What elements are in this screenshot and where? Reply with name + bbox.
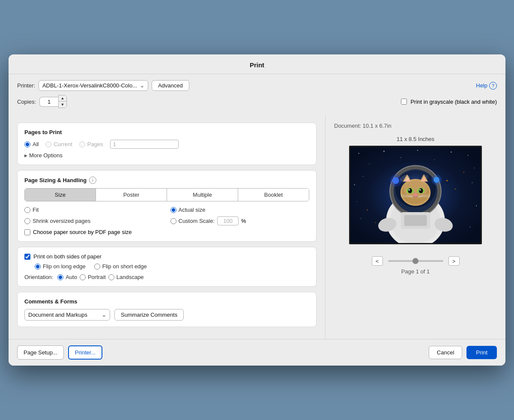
svg-point-14	[476, 205, 477, 206]
landscape-orientation-radio[interactable]	[108, 274, 114, 280]
more-options-triangle-icon: ▶	[24, 153, 27, 158]
help-row: Help ?	[476, 82, 497, 90]
both-sides-checkbox[interactable]	[24, 254, 30, 260]
portrait-orientation-label[interactable]: Portrait	[80, 274, 106, 280]
print-button[interactable]: Print	[466, 346, 497, 359]
svg-point-7	[451, 152, 451, 153]
pages-section-title: Pages to Print	[24, 129, 309, 135]
auto-orientation-radio[interactable]	[57, 274, 63, 280]
comments-forms-title: Comments & Forms	[24, 298, 309, 305]
printer-select[interactable]: ADBL-1-Xerox-VersalinkC8000-Colo...	[39, 80, 148, 91]
page-slider[interactable]	[388, 260, 443, 262]
page-count: Page 1 of 1	[401, 268, 430, 275]
shrink-radio[interactable]	[24, 218, 30, 224]
svg-point-31	[390, 175, 401, 186]
printer-select-wrapper[interactable]: ADBL-1-Xerox-VersalinkC8000-Colo...	[39, 80, 148, 91]
sizing-header: Page Sizing & Handling i	[24, 177, 309, 184]
all-radio-label[interactable]: All	[24, 141, 39, 147]
tab-booklet[interactable]: Booklet	[238, 189, 309, 201]
comments-dropdown[interactable]: Document and Markups Document Form Field…	[24, 309, 110, 321]
custom-scale-input[interactable]: 100	[217, 216, 239, 225]
pages-radio-row: All Current Pages	[24, 140, 309, 149]
document-info: Document: 10.1 x 6.7in	[334, 123, 391, 129]
copies-increment-button[interactable]: ▲	[59, 96, 66, 102]
dialog-title: Print	[9, 54, 505, 74]
current-radio[interactable]	[45, 141, 51, 147]
svg-point-43	[408, 188, 412, 193]
svg-point-9	[474, 168, 475, 168]
svg-point-4	[400, 157, 401, 158]
bottom-row: Page Setup... Printer... Cancel Print	[9, 339, 505, 366]
advanced-button[interactable]: Advanced	[152, 80, 189, 91]
fit-row: Fit	[24, 207, 164, 213]
svg-point-44	[419, 188, 423, 193]
fit-radio[interactable]	[24, 207, 30, 213]
comments-row: Document and Markups Document Form Field…	[24, 309, 309, 321]
grayscale-checkbox[interactable]	[401, 99, 407, 105]
comments-dropdown-wrapper[interactable]: Document and Markups Document Form Field…	[24, 309, 110, 321]
help-circle-icon[interactable]: ?	[489, 82, 497, 90]
all-radio[interactable]	[24, 141, 30, 147]
page-size-label: 11 x 8.5 Inches	[397, 136, 434, 142]
more-options-toggle[interactable]: ▶ More Options	[24, 152, 309, 159]
print-preview	[349, 146, 482, 244]
page-sizing-section: Page Sizing & Handling i Size Poster Mul…	[17, 170, 317, 242]
svg-point-10	[363, 176, 364, 177]
next-page-button[interactable]: >	[448, 256, 460, 266]
svg-point-1	[359, 153, 359, 154]
actual-size-radio[interactable]	[170, 207, 176, 213]
copies-input[interactable]: 1	[39, 97, 58, 107]
preview-image	[350, 147, 481, 244]
copies-label: Copies:	[17, 99, 36, 105]
current-radio-label[interactable]: Current	[45, 141, 72, 147]
actual-size-radio-label[interactable]: Actual size	[170, 207, 206, 213]
flip-row: Flip on long edge Flip on short edge	[35, 263, 309, 270]
summarize-comments-button[interactable]: Summarize Comments	[114, 309, 184, 321]
shrink-radio-label[interactable]: Shrink oversized pages	[24, 218, 90, 224]
svg-point-46	[419, 189, 421, 191]
tab-multiple[interactable]: Multiple	[167, 189, 238, 201]
tab-poster[interactable]: Poster	[96, 189, 167, 201]
pages-radio-label[interactable]: Pages	[79, 141, 103, 147]
sizing-options: Fit Actual size Shrink oversized pages	[24, 207, 309, 225]
pages-radio[interactable]	[79, 141, 85, 147]
pages-to-print-section: Pages to Print All Current Pages	[17, 123, 317, 165]
copies-decrement-button[interactable]: ▼	[59, 102, 66, 108]
svg-point-18	[455, 189, 456, 189]
svg-point-8	[468, 155, 469, 156]
fit-radio-label[interactable]: Fit	[24, 207, 39, 213]
svg-point-45	[408, 189, 410, 191]
help-link[interactable]: Help	[476, 82, 487, 89]
custom-scale-radio[interactable]	[170, 218, 176, 224]
printer-label: Printer:	[17, 82, 35, 89]
flip-long-label[interactable]: Flip on long edge	[35, 263, 86, 270]
svg-point-6	[434, 159, 434, 160]
sizing-info-icon[interactable]: i	[89, 177, 96, 184]
svg-point-17	[446, 180, 448, 181]
flip-long-radio[interactable]	[35, 264, 41, 270]
prev-page-button[interactable]: <	[372, 256, 383, 266]
orientation-row: Orientation: Auto Portrait Landscape	[24, 274, 309, 280]
svg-point-15	[361, 218, 362, 219]
svg-point-12	[472, 182, 473, 183]
printer-setup-button[interactable]: Printer...	[68, 345, 102, 360]
page-setup-button[interactable]: Page Setup...	[17, 345, 64, 360]
copies-stepper[interactable]: 1 ▲ ▼	[39, 95, 67, 108]
auto-orientation-label[interactable]: Auto	[57, 274, 77, 280]
choose-paper-label: Choose paper source by PDF page size	[33, 229, 132, 235]
portrait-orientation-radio[interactable]	[80, 274, 86, 280]
flip-short-radio[interactable]	[94, 264, 100, 270]
tab-size[interactable]: Size	[25, 189, 96, 201]
svg-point-11	[354, 184, 355, 185]
cancel-button[interactable]: Cancel	[429, 346, 462, 359]
landscape-orientation-label[interactable]: Landscape	[108, 274, 144, 280]
pages-range-input[interactable]	[110, 140, 179, 149]
actual-size-row: Actual size	[170, 207, 310, 213]
choose-paper-checkbox[interactable]	[24, 229, 30, 235]
svg-point-33	[431, 175, 442, 185]
flip-short-label[interactable]: Flip on short edge	[94, 263, 147, 270]
right-panel: Document: 10.1 x 6.7in 11 x 8.5 Inches	[326, 116, 505, 339]
custom-scale-radio-label[interactable]: Custom Scale:	[170, 218, 215, 224]
grayscale-label: Print in grayscale (black and white)	[410, 99, 497, 105]
svg-point-21	[367, 210, 368, 211]
